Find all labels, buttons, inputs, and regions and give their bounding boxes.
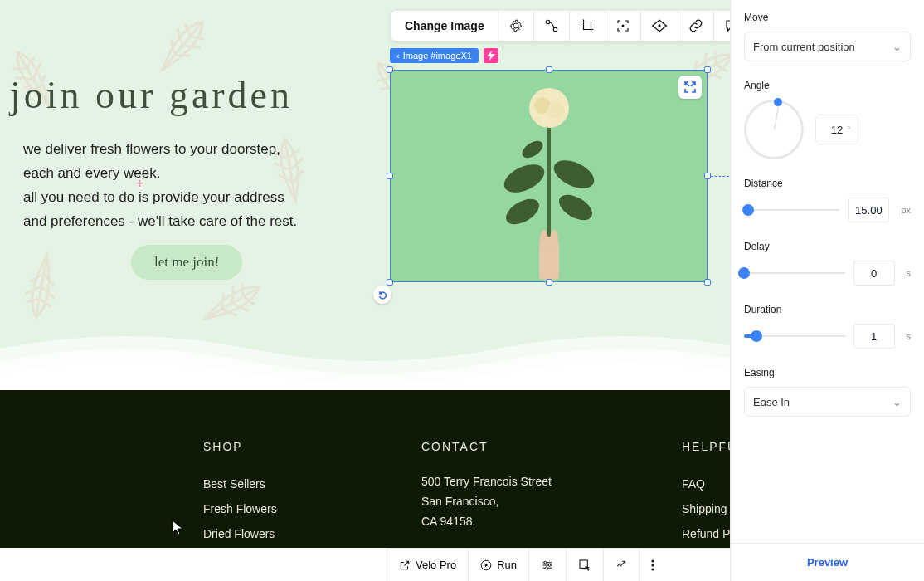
dial-needle bbox=[774, 105, 779, 129]
footer-link[interactable]: FAQ bbox=[682, 471, 730, 496]
reset-button[interactable] bbox=[373, 286, 391, 304]
angle-input[interactable]: 12 bbox=[815, 115, 858, 144]
resize-handle-tr[interactable] bbox=[704, 66, 711, 73]
footer-text: San Francisco, bbox=[421, 491, 552, 511]
settings-button[interactable] bbox=[498, 11, 534, 41]
resize-handle-tl[interactable] bbox=[387, 66, 393, 73]
chevron-down-icon: ⌄ bbox=[892, 41, 902, 53]
resize-handle-mr[interactable] bbox=[704, 173, 711, 179]
element-toolbar: Change Image bbox=[391, 10, 750, 42]
hero-subtext[interactable]: we deliver fresh flowers to your doorste… bbox=[23, 137, 297, 233]
tools-button[interactable] bbox=[529, 549, 567, 581]
resize-handle-bm[interactable] bbox=[546, 279, 552, 286]
svg-point-10 bbox=[550, 230, 558, 250]
maximize-icon bbox=[615, 559, 627, 571]
svg-point-3 bbox=[501, 194, 542, 230]
expand-icon bbox=[684, 81, 696, 93]
footer-link[interactable]: Shipping bbox=[682, 496, 730, 521]
focal-point-button[interactable] bbox=[605, 11, 641, 41]
animation-bolt-chip[interactable] bbox=[484, 48, 498, 63]
resize-handle-tm[interactable] bbox=[546, 66, 552, 73]
slider-thumb[interactable] bbox=[751, 330, 762, 342]
svg-point-2 bbox=[549, 154, 598, 193]
svg-point-13 bbox=[621, 25, 624, 27]
wave-divider bbox=[0, 315, 730, 390]
distance-unit: px bbox=[901, 205, 911, 215]
maximize-button[interactable] bbox=[604, 549, 640, 581]
more-button[interactable] bbox=[640, 549, 666, 581]
dial-knob[interactable] bbox=[774, 98, 782, 106]
inspect-button[interactable] bbox=[567, 549, 604, 581]
preview-button[interactable]: Preview bbox=[731, 543, 924, 581]
footer-col-contact: CONTACT 500 Terry Francois Street San Fr… bbox=[421, 440, 552, 531]
slider-thumb[interactable] bbox=[742, 204, 754, 216]
svg-point-20 bbox=[651, 559, 654, 562]
hero-line: and preferences - we'll take care of the… bbox=[23, 209, 297, 233]
svg-point-14 bbox=[658, 24, 660, 27]
element-label: Image #imageX1 bbox=[403, 51, 472, 61]
svg-point-18 bbox=[545, 567, 547, 569]
element-label-chip[interactable]: ‹ Image #imageX1 bbox=[390, 48, 479, 63]
duration-slider[interactable] bbox=[744, 328, 845, 344]
velo-pro-button[interactable]: Velo Pro bbox=[387, 549, 469, 581]
mask-icon bbox=[651, 18, 668, 33]
footer-link[interactable]: Refund P bbox=[682, 521, 730, 546]
delay-input[interactable]: 0 bbox=[853, 261, 895, 286]
footer-link[interactable]: Best Sellers bbox=[203, 471, 277, 496]
move-value: From current position bbox=[753, 41, 855, 53]
cta-button[interactable]: let me join! bbox=[131, 245, 242, 280]
footer-heading: CONTACT bbox=[421, 440, 552, 453]
selected-image[interactable] bbox=[390, 70, 708, 282]
slider-thumb[interactable] bbox=[738, 267, 750, 279]
animation-icon bbox=[544, 18, 559, 33]
distance-input[interactable]: 15.00 bbox=[848, 198, 889, 222]
resize-handle-ml[interactable] bbox=[387, 173, 393, 179]
svg-point-16 bbox=[544, 561, 547, 564]
resize-handle-br[interactable] bbox=[704, 279, 711, 286]
svg-point-1 bbox=[499, 159, 548, 198]
footer-col-shop: SHOP Best Sellers Fresh Flowers Dried Fl… bbox=[203, 440, 277, 546]
delay-label: Delay bbox=[744, 241, 911, 252]
easing-label: Easing bbox=[744, 367, 911, 378]
hero-headline[interactable]: join our garden bbox=[10, 73, 293, 117]
expand-button[interactable] bbox=[678, 76, 702, 99]
delay-slider[interactable] bbox=[744, 265, 845, 281]
gear-icon bbox=[508, 18, 523, 33]
svg-point-9 bbox=[540, 230, 548, 250]
mask-button[interactable] bbox=[641, 11, 678, 41]
mouse-cursor-icon bbox=[172, 520, 185, 536]
move-label: Move bbox=[744, 12, 911, 23]
footer-link[interactable]: Fresh Flowers bbox=[203, 496, 277, 521]
more-vertical-icon bbox=[651, 559, 654, 571]
footer-text: CA 94158. bbox=[421, 511, 552, 531]
link-button[interactable] bbox=[678, 11, 714, 41]
properties-panel: Move From current position ⌄ Angle 12 ° … bbox=[730, 0, 924, 581]
external-icon bbox=[399, 559, 411, 571]
footer-heading: HELPFU bbox=[682, 440, 730, 453]
duration-unit: s bbox=[907, 331, 912, 341]
resize-handle-bl[interactable] bbox=[387, 279, 393, 286]
chevron-left-icon: ‹ bbox=[396, 51, 400, 61]
svg-point-5 bbox=[518, 137, 545, 161]
angle-dial[interactable] bbox=[744, 100, 804, 159]
crop-button[interactable] bbox=[570, 11, 605, 41]
run-button[interactable]: Run bbox=[469, 549, 529, 581]
dev-toolbar: Velo Pro Run bbox=[387, 548, 730, 581]
chevron-down-icon: ⌄ bbox=[892, 396, 902, 408]
change-image-button[interactable]: Change Image bbox=[391, 11, 498, 41]
hero-line: all you need to do is provide your addre… bbox=[23, 185, 297, 209]
distance-slider[interactable] bbox=[744, 202, 839, 218]
duration-input[interactable]: 1 bbox=[853, 324, 895, 349]
link-icon bbox=[688, 18, 703, 33]
footer-text: 500 Terry Francois Street bbox=[421, 471, 552, 491]
move-select[interactable]: From current position ⌄ bbox=[744, 32, 911, 61]
animation-button[interactable] bbox=[534, 11, 570, 41]
rose-image bbox=[474, 71, 624, 283]
crop-icon bbox=[580, 18, 595, 33]
duration-label: Duration bbox=[744, 304, 911, 315]
undo-icon bbox=[377, 290, 387, 300]
footer-link[interactable]: Dried Flowers bbox=[203, 521, 277, 546]
site-footer[interactable]: SHOP Best Sellers Fresh Flowers Dried Fl… bbox=[0, 390, 730, 548]
easing-select[interactable]: Ease In ⌄ bbox=[744, 387, 911, 417]
svg-point-21 bbox=[651, 564, 654, 566]
